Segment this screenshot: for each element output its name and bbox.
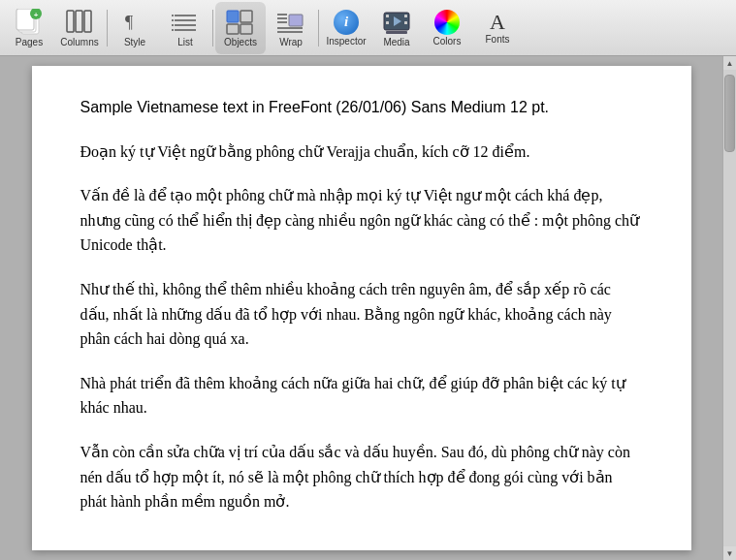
toolbar-item-list[interactable]: List <box>160 2 210 54</box>
scroll-thumb[interactable] <box>724 75 735 152</box>
svg-point-13 <box>172 15 174 16</box>
svg-text:+: + <box>34 11 39 19</box>
inspector-icon: i <box>334 10 359 35</box>
inspector-label: Inspector <box>326 37 366 47</box>
toolbar-item-media[interactable]: Media <box>371 2 422 54</box>
svg-rect-6 <box>76 11 82 32</box>
document-page: Sample Vietnamese text in FreeFont (26/0… <box>32 66 691 550</box>
scroll-track[interactable] <box>723 70 736 546</box>
svg-point-14 <box>172 19 174 21</box>
scrollbar: ▲ ▼ <box>722 56 736 560</box>
style-icon: ¶ <box>120 9 149 36</box>
media-icon <box>382 9 411 36</box>
toolbar-item-objects[interactable]: Objects <box>215 2 266 54</box>
sep-1 <box>107 10 108 47</box>
svg-text:¶: ¶ <box>125 13 133 32</box>
list-icon <box>171 9 200 36</box>
svg-rect-20 <box>240 24 252 34</box>
paragraph-1: Đoạn ký tự Việt ngữ bằng phông chữ Veraj… <box>80 140 643 165</box>
style-label: Style <box>124 38 145 47</box>
pages-label: Pages <box>16 38 43 47</box>
svg-rect-18 <box>240 11 252 22</box>
toolbar-item-wrap[interactable]: Wrap <box>266 2 316 54</box>
objects-label: Objects <box>224 38 257 47</box>
svg-rect-28 <box>386 15 389 17</box>
sep-3 <box>318 10 319 47</box>
svg-rect-5 <box>67 11 74 32</box>
wrap-icon <box>275 9 306 36</box>
scroll-down-arrow[interactable]: ▼ <box>723 546 737 560</box>
paragraph-5: Vẫn còn cần sửa chữa vị trí của dấu sắc … <box>80 440 643 514</box>
toolbar-item-pages[interactable]: + Pages <box>4 2 54 54</box>
svg-rect-31 <box>404 21 407 24</box>
toolbar-item-style[interactable]: ¶ Style <box>110 2 160 54</box>
fonts-label: Fonts <box>485 35 509 45</box>
pages-icon: + <box>15 9 44 36</box>
colors-label: Colors <box>433 37 462 47</box>
colors-icon <box>434 10 460 35</box>
svg-rect-30 <box>404 15 407 17</box>
sep-2 <box>212 10 213 47</box>
columns-icon <box>65 9 94 36</box>
document-area: Sample Vietnamese text in FreeFont (26/0… <box>0 56 722 560</box>
svg-point-15 <box>172 24 174 26</box>
svg-point-16 <box>172 29 174 31</box>
toolbar-item-inspector[interactable]: i Inspector <box>321 2 371 54</box>
svg-rect-33 <box>386 31 407 34</box>
list-label: List <box>177 38 193 47</box>
columns-label: Columns <box>60 38 98 47</box>
svg-rect-19 <box>227 24 239 34</box>
svg-rect-7 <box>84 11 91 32</box>
scroll-up-arrow[interactable]: ▲ <box>723 56 737 70</box>
objects-icon <box>225 9 256 36</box>
main-area: Sample Vietnamese text in FreeFont (26/0… <box>0 56 736 560</box>
paragraph-2: Vấn đề là để tạo một phông chữ mà nhập m… <box>80 183 643 258</box>
fonts-icon: A <box>490 12 505 33</box>
toolbar-item-columns[interactable]: Columns <box>54 2 105 54</box>
paragraph-0: Sample Vietnamese text in FreeFont (26/0… <box>80 95 643 120</box>
toolbar: + Pages Columns ¶ Style <box>0 0 736 56</box>
paragraph-3: Như thế thì, không thể thêm nhiều khoảng… <box>80 277 643 352</box>
media-label: Media <box>383 38 409 47</box>
toolbar-item-colors[interactable]: Colors <box>422 2 472 54</box>
svg-rect-17 <box>227 11 239 22</box>
svg-rect-21 <box>289 15 303 26</box>
svg-rect-29 <box>386 21 389 24</box>
paragraph-4: Nhà phát triển đã thêm khoảng cách nữa g… <box>80 371 643 420</box>
toolbar-item-fonts[interactable]: A Fonts <box>472 2 523 54</box>
wrap-label: Wrap <box>279 38 303 47</box>
